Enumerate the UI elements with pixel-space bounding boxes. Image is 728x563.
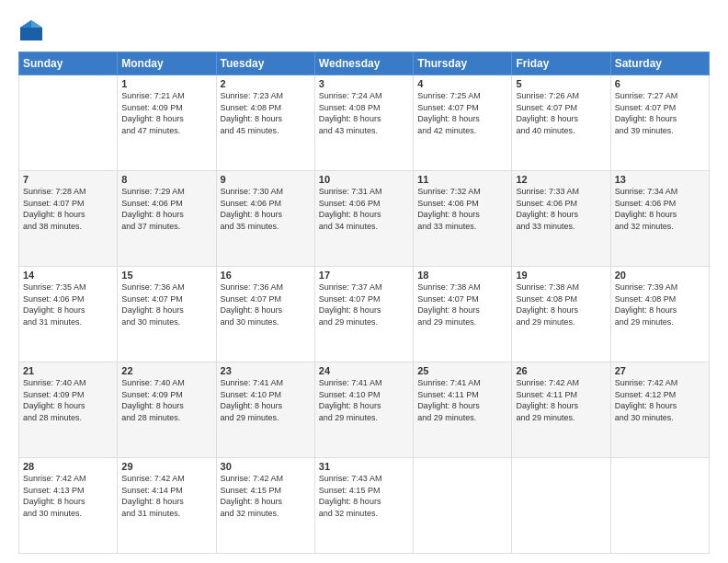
day-info: Sunrise: 7:38 AMSunset: 4:08 PMDaylight:…: [516, 282, 606, 327]
day-info: Sunrise: 7:42 AMSunset: 4:11 PMDaylight:…: [516, 377, 606, 423]
calendar-cell: 30Sunrise: 7:42 AMSunset: 4:15 PMDayligh…: [216, 458, 314, 554]
weekday-header-monday: Monday: [118, 52, 216, 75]
day-number: 19: [516, 270, 606, 281]
day-info: Sunrise: 7:35 AMSunset: 4:06 PMDaylight:…: [23, 282, 113, 327]
svg-marker-1: [31, 20, 42, 28]
day-info: Sunrise: 7:33 AMSunset: 4:06 PMDaylight:…: [516, 186, 606, 232]
calendar-cell: 2Sunrise: 7:23 AMSunset: 4:08 PMDaylight…: [216, 75, 314, 171]
day-info: Sunrise: 7:41 AMSunset: 4:10 PMDaylight:…: [319, 377, 409, 423]
header: [18, 15, 710, 44]
day-info: Sunrise: 7:40 AMSunset: 4:09 PMDaylight:…: [23, 377, 113, 423]
day-info: Sunrise: 7:42 AMSunset: 4:14 PMDaylight:…: [121, 473, 211, 519]
day-number: 29: [121, 461, 211, 472]
day-info: Sunrise: 7:38 AMSunset: 4:07 PMDaylight:…: [417, 282, 507, 327]
calendar-cell: 29Sunrise: 7:42 AMSunset: 4:14 PMDayligh…: [118, 458, 216, 554]
day-number: 11: [417, 174, 507, 185]
calendar-week-2: 7Sunrise: 7:28 AMSunset: 4:07 PMDaylight…: [19, 171, 710, 267]
calendar-cell: 25Sunrise: 7:41 AMSunset: 4:11 PMDayligh…: [414, 362, 512, 458]
day-number: 3: [319, 78, 409, 89]
day-number: 31: [319, 461, 409, 472]
weekday-header-saturday: Saturday: [610, 52, 709, 75]
page: SundayMondayTuesdayWednesdayThursdayFrid…: [0, 0, 728, 563]
calendar-cell: [19, 75, 118, 171]
calendar-cell: 27Sunrise: 7:42 AMSunset: 4:12 PMDayligh…: [610, 362, 709, 458]
logo: [18, 18, 48, 44]
calendar-cell: 20Sunrise: 7:39 AMSunset: 4:08 PMDayligh…: [610, 267, 709, 362]
day-info: Sunrise: 7:40 AMSunset: 4:09 PMDaylight:…: [121, 377, 211, 423]
calendar-cell: 22Sunrise: 7:40 AMSunset: 4:09 PMDayligh…: [118, 362, 216, 458]
calendar-week-4: 21Sunrise: 7:40 AMSunset: 4:09 PMDayligh…: [19, 362, 710, 458]
calendar-cell: 26Sunrise: 7:42 AMSunset: 4:11 PMDayligh…: [512, 362, 610, 458]
day-info: Sunrise: 7:21 AMSunset: 4:09 PMDaylight:…: [121, 90, 211, 136]
day-number: 20: [615, 270, 705, 281]
weekday-header-row: SundayMondayTuesdayWednesdayThursdayFrid…: [19, 52, 710, 75]
weekday-header-friday: Friday: [512, 52, 610, 75]
day-info: Sunrise: 7:27 AMSunset: 4:07 PMDaylight:…: [615, 90, 705, 136]
calendar-cell: 14Sunrise: 7:35 AMSunset: 4:06 PMDayligh…: [19, 267, 118, 362]
calendar-cell: 1Sunrise: 7:21 AMSunset: 4:09 PMDaylight…: [118, 75, 216, 171]
day-number: 10: [319, 174, 409, 185]
day-number: 1: [121, 78, 211, 89]
day-number: 24: [319, 365, 409, 376]
day-number: 9: [221, 174, 311, 185]
day-info: Sunrise: 7:26 AMSunset: 4:07 PMDaylight:…: [516, 90, 606, 136]
calendar-cell: 12Sunrise: 7:33 AMSunset: 4:06 PMDayligh…: [512, 171, 610, 267]
weekday-header-sunday: Sunday: [19, 52, 118, 75]
day-info: Sunrise: 7:28 AMSunset: 4:07 PMDaylight:…: [23, 186, 113, 232]
calendar-cell: 28Sunrise: 7:42 AMSunset: 4:13 PMDayligh…: [19, 458, 118, 554]
calendar-cell: [512, 458, 610, 554]
calendar-cell: 13Sunrise: 7:34 AMSunset: 4:06 PMDayligh…: [610, 171, 709, 267]
calendar-week-5: 28Sunrise: 7:42 AMSunset: 4:13 PMDayligh…: [19, 458, 710, 554]
day-info: Sunrise: 7:43 AMSunset: 4:15 PMDaylight:…: [319, 473, 409, 519]
day-info: Sunrise: 7:31 AMSunset: 4:06 PMDaylight:…: [319, 186, 409, 232]
day-number: 21: [23, 365, 113, 376]
day-info: Sunrise: 7:23 AMSunset: 4:08 PMDaylight:…: [221, 90, 311, 136]
calendar-cell: 21Sunrise: 7:40 AMSunset: 4:09 PMDayligh…: [19, 362, 118, 458]
day-info: Sunrise: 7:42 AMSunset: 4:15 PMDaylight:…: [221, 473, 311, 519]
day-info: Sunrise: 7:42 AMSunset: 4:12 PMDaylight:…: [615, 377, 705, 423]
calendar-cell: 18Sunrise: 7:38 AMSunset: 4:07 PMDayligh…: [414, 267, 512, 362]
day-info: Sunrise: 7:36 AMSunset: 4:07 PMDaylight:…: [221, 282, 311, 327]
day-number: 25: [417, 365, 507, 376]
calendar-cell: 17Sunrise: 7:37 AMSunset: 4:07 PMDayligh…: [314, 267, 413, 362]
calendar-cell: 6Sunrise: 7:27 AMSunset: 4:07 PMDaylight…: [610, 75, 709, 171]
day-number: 22: [121, 365, 211, 376]
calendar-cell: 11Sunrise: 7:32 AMSunset: 4:06 PMDayligh…: [414, 171, 512, 267]
calendar-cell: 9Sunrise: 7:30 AMSunset: 4:06 PMDaylight…: [216, 171, 314, 267]
weekday-header-tuesday: Tuesday: [216, 52, 314, 75]
day-number: 5: [516, 78, 606, 89]
day-info: Sunrise: 7:39 AMSunset: 4:08 PMDaylight:…: [615, 282, 705, 327]
weekday-header-thursday: Thursday: [414, 52, 512, 75]
day-number: 6: [615, 78, 705, 89]
day-info: Sunrise: 7:36 AMSunset: 4:07 PMDaylight:…: [121, 282, 211, 327]
day-info: Sunrise: 7:34 AMSunset: 4:06 PMDaylight:…: [615, 186, 705, 232]
day-number: 27: [615, 365, 705, 376]
day-info: Sunrise: 7:42 AMSunset: 4:13 PMDaylight:…: [23, 473, 113, 519]
day-info: Sunrise: 7:41 AMSunset: 4:11 PMDaylight:…: [417, 377, 507, 423]
day-info: Sunrise: 7:30 AMSunset: 4:06 PMDaylight:…: [221, 186, 311, 232]
svg-marker-2: [20, 20, 31, 28]
calendar-cell: 8Sunrise: 7:29 AMSunset: 4:06 PMDaylight…: [118, 171, 216, 267]
weekday-header-wednesday: Wednesday: [314, 52, 413, 75]
calendar-cell: 7Sunrise: 7:28 AMSunset: 4:07 PMDaylight…: [19, 171, 118, 267]
day-number: 26: [516, 365, 606, 376]
calendar-cell: 3Sunrise: 7:24 AMSunset: 4:08 PMDaylight…: [314, 75, 413, 171]
day-number: 14: [23, 270, 113, 281]
day-number: 16: [221, 270, 311, 281]
day-number: 23: [221, 365, 311, 376]
logo-icon: [18, 18, 44, 44]
day-info: Sunrise: 7:37 AMSunset: 4:07 PMDaylight:…: [319, 282, 409, 327]
day-number: 2: [221, 78, 311, 89]
day-number: 30: [221, 461, 311, 472]
day-info: Sunrise: 7:41 AMSunset: 4:10 PMDaylight:…: [221, 377, 311, 423]
calendar-cell: 16Sunrise: 7:36 AMSunset: 4:07 PMDayligh…: [216, 267, 314, 362]
day-info: Sunrise: 7:24 AMSunset: 4:08 PMDaylight:…: [319, 90, 409, 136]
calendar-week-3: 14Sunrise: 7:35 AMSunset: 4:06 PMDayligh…: [19, 267, 710, 362]
calendar-week-1: 1Sunrise: 7:21 AMSunset: 4:09 PMDaylight…: [19, 75, 710, 171]
calendar-cell: 24Sunrise: 7:41 AMSunset: 4:10 PMDayligh…: [314, 362, 413, 458]
day-number: 28: [23, 461, 113, 472]
day-info: Sunrise: 7:32 AMSunset: 4:06 PMDaylight:…: [417, 186, 507, 232]
calendar-cell: 15Sunrise: 7:36 AMSunset: 4:07 PMDayligh…: [118, 267, 216, 362]
calendar-cell: 10Sunrise: 7:31 AMSunset: 4:06 PMDayligh…: [314, 171, 413, 267]
calendar-table: SundayMondayTuesdayWednesdayThursdayFrid…: [18, 52, 710, 554]
